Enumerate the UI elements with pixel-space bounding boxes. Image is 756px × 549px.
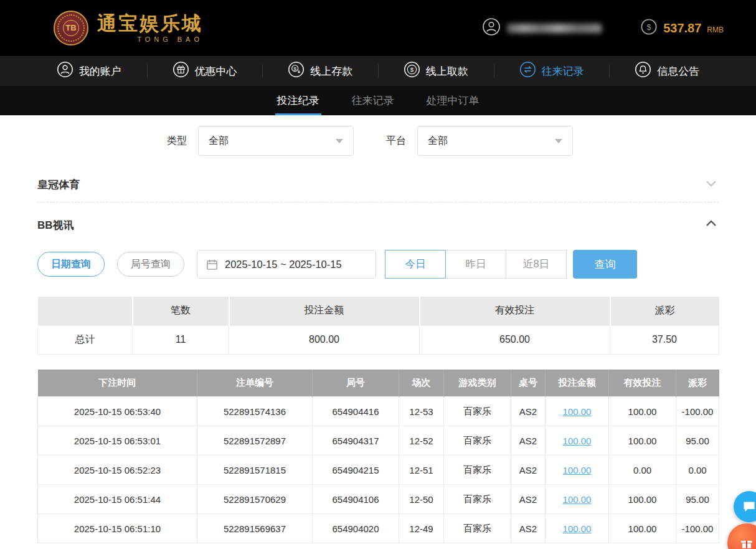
tab-processing-orders[interactable]: 处理中订单 xyxy=(425,86,481,115)
bet-records-table: 下注时间 注单编号 局号 场次 游戏类别 桌号 投注金额 有效投注 派彩 202… xyxy=(37,370,719,544)
filter-row: 类型 全部 平台 全部 xyxy=(167,126,756,156)
search-button[interactable]: 查询 xyxy=(573,250,637,279)
valid-bet: 100.00 xyxy=(609,397,676,426)
round-id: 654904416 xyxy=(313,397,399,426)
deposit-icon: $ xyxy=(288,61,305,81)
withdraw-icon: $ xyxy=(404,61,420,81)
round-id: 654904106 xyxy=(313,485,399,514)
chevron-down-icon xyxy=(555,139,562,143)
logo-text: 通宝娱乐城 TONG BAO xyxy=(97,14,203,43)
last-8-days-button[interactable]: 近8日 xyxy=(506,250,567,279)
summary-count: 11 xyxy=(133,325,229,354)
bet-amount-link[interactable]: 100.00 xyxy=(563,494,592,505)
nav-online-withdrawal[interactable]: $ 线上取款 xyxy=(378,56,494,86)
col-valid-bet: 有效投注 xyxy=(609,370,676,397)
summary-total-label: 总计 xyxy=(38,325,133,354)
nav-my-account[interactable]: 我的账户 xyxy=(31,56,147,86)
date-range-picker[interactable]: 2025-10-15 ~ 2025-10-15 xyxy=(197,250,376,279)
bet-id: 522891569637 xyxy=(197,514,313,543)
valid-bet: 100.00 xyxy=(609,426,676,456)
nav-announcements[interactable]: 信息公告 xyxy=(609,56,725,86)
chat-bubble-icon xyxy=(742,499,756,514)
tab-transaction-records[interactable]: 往来记录 xyxy=(350,86,396,115)
promo-float-button[interactable] xyxy=(727,523,756,549)
header-right: $ 537.87 RMB xyxy=(482,17,724,39)
bet-id: 522891570629 xyxy=(197,485,313,514)
session: 12-52 xyxy=(399,426,444,456)
query-bar: 日期查询 局号查询 2025-10-15 ~ 2025-10-15 今日 昨日 … xyxy=(37,250,719,279)
tab-label: 往来记录 xyxy=(352,93,394,108)
nav-online-deposit[interactable]: $ 线上存款 xyxy=(262,56,378,86)
col-game-type: 游戏类别 xyxy=(444,370,511,397)
svg-text:$: $ xyxy=(647,23,651,32)
summary-col-valid-bet: 有效投注 xyxy=(420,297,610,325)
round-query-toggle[interactable]: 局号查询 xyxy=(117,252,184,277)
pill-label: 日期查询 xyxy=(51,258,91,271)
summary-valid-bet: 650.00 xyxy=(420,325,610,354)
user-account[interactable] xyxy=(482,17,602,39)
logo-tb-monogram: TB xyxy=(63,20,79,36)
platform-label: 平台 xyxy=(386,135,406,148)
bet-amount-link[interactable]: 100.00 xyxy=(563,436,592,446)
summary-payout: 37.50 xyxy=(610,325,719,354)
yesterday-button[interactable]: 昨日 xyxy=(445,250,506,279)
top-header: TB 通宝娱乐城 TONG BAO $ 537.87 RMB xyxy=(0,0,756,56)
bet-amount: 100.00 xyxy=(546,485,609,514)
nav-transaction-records[interactable]: 往来记录 xyxy=(494,56,610,86)
section-crown-sports[interactable]: 皇冠体育 xyxy=(37,167,719,202)
tab-betting-records[interactable]: 投注纪录 xyxy=(275,86,321,115)
pill-label: 局号查询 xyxy=(131,258,171,271)
svg-text:$: $ xyxy=(410,66,414,73)
bet-amount: 100.00 xyxy=(546,456,609,485)
bet-id: 522891574136 xyxy=(197,397,313,426)
bet-amount-link[interactable]: 100.00 xyxy=(563,465,592,475)
nav-label: 我的账户 xyxy=(79,64,121,79)
calendar-icon xyxy=(206,259,218,270)
balance-currency: RMB xyxy=(707,26,724,34)
valid-bet: 100.00 xyxy=(609,514,676,543)
summary-bet-amount: 800.00 xyxy=(229,325,420,354)
user-icon xyxy=(482,17,501,39)
table-no: AS2 xyxy=(511,426,546,456)
summary-empty-header xyxy=(38,297,133,325)
summary-total-row: 总计 11 800.00 650.00 37.50 xyxy=(38,325,719,354)
dollar-coin-icon: $ xyxy=(640,18,658,38)
summary-col-count: 笔数 xyxy=(133,297,229,325)
date-query-toggle[interactable]: 日期查询 xyxy=(37,252,105,277)
button-label: 近8日 xyxy=(523,257,549,271)
section-bb-video[interactable]: BB视讯 xyxy=(37,203,719,247)
type-select-value: 全部 xyxy=(209,135,229,148)
bet-amount-link[interactable]: 100.00 xyxy=(563,523,592,534)
button-label: 查询 xyxy=(595,257,616,272)
bet-id: 522891572897 xyxy=(197,426,313,456)
payout-cell: -100.00 xyxy=(676,514,719,543)
nav-promotions[interactable]: 优惠中心 xyxy=(147,56,263,86)
logo-title: 通宝娱乐城 xyxy=(97,14,203,33)
svg-text:$: $ xyxy=(294,66,297,72)
chevron-up-icon xyxy=(704,216,719,234)
bet-time: 2025-10-15 06:51:44 xyxy=(38,485,197,514)
bet-time: 2025-10-15 06:52:23 xyxy=(38,456,197,485)
chevron-down-icon xyxy=(704,176,719,193)
chevron-down-icon xyxy=(336,139,343,143)
round-id: 654904317 xyxy=(313,426,399,456)
valid-bet: 100.00 xyxy=(609,485,676,514)
bet-amount: 100.00 xyxy=(546,397,609,426)
logo-subtitle: TONG BAO xyxy=(97,36,203,43)
username-blurred xyxy=(507,24,602,33)
transfer-records-icon xyxy=(519,61,536,81)
tab-label: 投注纪录 xyxy=(277,93,319,108)
today-button[interactable]: 今日 xyxy=(385,250,446,279)
site-logo[interactable]: TB 通宝娱乐城 TONG BAO xyxy=(54,11,203,45)
bet-amount-link[interactable]: 100.00 xyxy=(563,406,592,417)
table-no: AS2 xyxy=(511,485,546,514)
game-type: 百家乐 xyxy=(444,426,511,456)
nav-label: 往来记录 xyxy=(542,64,584,79)
bet-time: 2025-10-15 06:53:40 xyxy=(38,397,197,426)
type-select[interactable]: 全部 xyxy=(198,126,354,156)
platform-select[interactable]: 全部 xyxy=(417,126,573,156)
summary-col-bet-amount: 投注金额 xyxy=(229,297,420,325)
chat-float-button[interactable] xyxy=(734,491,756,522)
game-type: 百家乐 xyxy=(444,485,511,514)
button-label: 今日 xyxy=(405,257,426,271)
